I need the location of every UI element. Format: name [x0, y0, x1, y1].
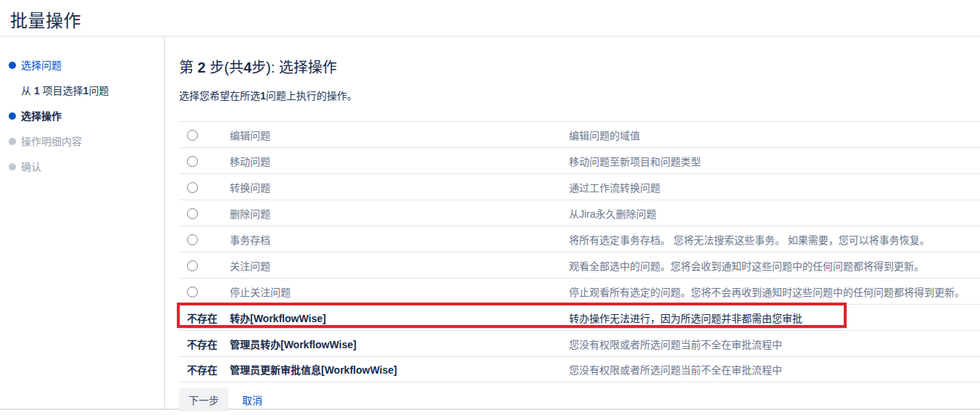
- operation-radio-icon[interactable]: [187, 260, 198, 271]
- operation-radio-icon[interactable]: [187, 234, 198, 245]
- operations-table: 编辑问题 编辑问题的域值 移动问题 移动问题至新项目和问题类型 转换问题 通过工…: [179, 121, 980, 382]
- operation-radio-icon[interactable]: [187, 130, 198, 141]
- step-heading: 第 2 步(共4步): 选择操作: [179, 56, 980, 77]
- operation-description-cell: 停止观看所有选定的问题。您将不会再收到通知时这些问题中的任何问题都将得到更新。: [569, 284, 980, 299]
- heading-text: 第: [179, 59, 198, 75]
- operation-name: 转办[WorkflowWise]: [230, 313, 326, 324]
- operation-description-cell: 您没有权限或者所选问题当前不全在审批流程中: [569, 362, 980, 377]
- step-sub-text: 问题: [88, 85, 109, 96]
- content-layout: 选择问题 从 1 项目选择1问题 选择操作 操作明细内容 确认 第 2 步(共4…: [0, 37, 980, 410]
- step-bullet-icon: [9, 138, 16, 145]
- operation-name-cell: 管理员更新审批信息[WorkflowWise]: [230, 362, 569, 377]
- operation-row: 移动问题 移动问题至新项目和问题类型: [179, 147, 980, 173]
- operation-name-cell: 编辑问题: [230, 128, 569, 142]
- not-available-label: 不存在: [187, 339, 217, 350]
- operation-row: 删除问题 从Jira永久删除问题: [179, 200, 980, 226]
- operation-selector-cell: [179, 233, 230, 245]
- page-title: 批量操作: [10, 7, 980, 32]
- operation-radio-icon[interactable]: [187, 287, 198, 297]
- operation-description: 您没有权限或者所选问题当前不全在审批流程中: [569, 339, 782, 350]
- operation-description: 移动问题至新项目和问题类型: [569, 156, 701, 168]
- operation-name-cell: 关注问题: [230, 258, 569, 273]
- operation-description: 转办操作无法进行，因为所选问题并非都需由您审批: [569, 313, 802, 324]
- sidebar-step-confirm: 确认: [9, 160, 164, 174]
- sidebar-step-link-select-issues[interactable]: 选择问题: [21, 58, 62, 73]
- step-sub-text: 从: [21, 85, 34, 96]
- step-bullet-icon: [9, 163, 16, 170]
- operation-description-cell: 从Jira永久删除问题: [569, 206, 980, 221]
- operation-row: 不存在 管理员更新审批信息[WorkflowWise] 您没有权限或者所选问题当…: [179, 356, 980, 382]
- subtitle-text: 选择您希望在所选: [179, 90, 260, 102]
- operation-name: 管理员转办[WorkflowWise]: [230, 339, 357, 350]
- operation-name-cell: 管理员转办[WorkflowWise]: [230, 337, 569, 351]
- operation-description-cell: 编辑问题的域值: [569, 128, 980, 142]
- heading-text: 步): 选择操作: [252, 59, 337, 75]
- operation-name-cell: 转办[WorkflowWise]: [230, 311, 569, 325]
- sidebar-step-operation-details: 操作明细内容: [9, 134, 164, 149]
- operation-description: 您没有权限或者所选问题当前不全在审批流程中: [569, 364, 782, 376]
- operation-row: 停止关注问题 停止观看所有选定的问题。您将不会再收到通知时这些问题中的任何问题都…: [179, 278, 980, 304]
- operation-row: 关注问题 观看全部选中的问题。您将会收到通知时这些问题中的任何问题都将得到更新。: [179, 252, 980, 278]
- operation-selector-cell: [179, 207, 230, 219]
- operation-name-cell: 删除问题: [230, 206, 569, 221]
- sidebar-step-select-issues-summary: 从 1 项目选择1问题: [21, 83, 164, 98]
- operation-description: 编辑问题的域值: [569, 130, 640, 141]
- step-sub-count: 1: [34, 85, 40, 96]
- operation-selector-cell: 不存在: [179, 362, 230, 377]
- operation-name: 删除问题: [230, 208, 270, 220]
- operation-row: 事务存档 将所有选定事务存档。 您将无法搜索这些事务。 如果需要，您可以将事务恢…: [179, 226, 980, 252]
- operation-name: 转换问题: [230, 182, 270, 194]
- operation-radio-icon[interactable]: [187, 182, 198, 193]
- step-subtitle: 选择您希望在所选1问题上执行的操作。: [179, 88, 980, 102]
- operation-selector-cell: [179, 285, 230, 297]
- operation-description: 通过工作流转换问题: [569, 182, 660, 194]
- not-available-label: 不存在: [187, 313, 217, 324]
- page-header: 批量操作: [0, 0, 980, 37]
- operation-radio-icon[interactable]: [187, 208, 198, 219]
- not-available-label: 不存在: [187, 364, 217, 376]
- subtitle-text: 问题上执行的操作。: [266, 90, 357, 102]
- operation-description-cell: 移动问题至新项目和问题类型: [569, 154, 980, 168]
- operation-row: 不存在 转办[WorkflowWise] 转办操作无法进行，因为所选问题并非都需…: [179, 304, 980, 330]
- operation-description: 从Jira永久删除问题: [569, 208, 657, 220]
- operation-radio-icon[interactable]: [187, 156, 198, 167]
- operation-description: 将所有选定事务存档。 您将无法搜索这些事务。 如果需要，您可以将事务恢复。: [569, 234, 930, 246]
- operation-name: 编辑问题: [230, 130, 270, 141]
- subtitle-issue-count: 1: [260, 90, 266, 102]
- operation-selector-cell: 不存在: [179, 337, 230, 351]
- step-sub-text: 项目选择: [40, 85, 83, 96]
- operation-row: 转换问题 通过工作流转换问题: [179, 173, 980, 200]
- wizard-actions: 下一步 取消: [179, 388, 980, 411]
- sidebar-step-choose-operation: 选择操作: [9, 109, 164, 123]
- sidebar-step-label-pending: 操作明细内容: [21, 134, 82, 149]
- cancel-link[interactable]: 取消: [242, 393, 262, 407]
- operation-name: 事务存档: [230, 234, 270, 246]
- operation-selector-cell: 不存在: [179, 311, 230, 325]
- sidebar-step-label-pending: 确认: [21, 160, 41, 174]
- heading-total-number: 4: [244, 59, 252, 75]
- operation-description-cell: 通过工作流转换问题: [569, 180, 980, 194]
- main-pane: 第 2 步(共4步): 选择操作 选择您希望在所选1问题上执行的操作。 编辑问题…: [165, 37, 980, 408]
- operation-selector-cell: [179, 155, 230, 167]
- operation-name: 移动问题: [230, 156, 270, 168]
- operation-name: 管理员更新审批信息[WorkflowWise]: [230, 364, 397, 376]
- operation-description: 停止观看所有选定的问题。您将不会再收到通知时这些问题中的任何问题都将得到更新。: [569, 287, 965, 298]
- operation-description-cell: 转办操作无法进行，因为所选问题并非都需由您审批: [569, 311, 980, 325]
- operation-name-cell: 停止关注问题: [230, 284, 569, 299]
- operation-row: 不存在 管理员转办[WorkflowWise] 您没有权限或者所选问题当前不全在…: [179, 330, 980, 356]
- operation-name-cell: 移动问题: [230, 154, 569, 168]
- steps-sidebar: 选择问题 从 1 项目选择1问题 选择操作 操作明细内容 确认: [0, 37, 165, 408]
- heading-text: 步(共: [206, 59, 244, 75]
- operation-selector-cell: [179, 128, 230, 141]
- operation-row: 编辑问题 编辑问题的域值: [179, 121, 980, 147]
- step-bullet-icon: [9, 112, 16, 120]
- heading-step-number: 2: [198, 59, 206, 75]
- operation-description-cell: 观看全部选中的问题。您将会收到通知时这些问题中的任何问题都将得到更新。: [569, 258, 980, 273]
- operation-description-cell: 将所有选定事务存档。 您将无法搜索这些事务。 如果需要，您可以将事务恢复。: [569, 232, 980, 247]
- operation-name-cell: 转换问题: [230, 180, 569, 194]
- step-bullet-icon: [9, 62, 16, 69]
- next-button[interactable]: 下一步: [179, 388, 228, 411]
- operation-selector-cell: [179, 259, 230, 271]
- operation-name: 停止关注问题: [230, 287, 291, 298]
- operation-name-cell: 事务存档: [230, 232, 569, 247]
